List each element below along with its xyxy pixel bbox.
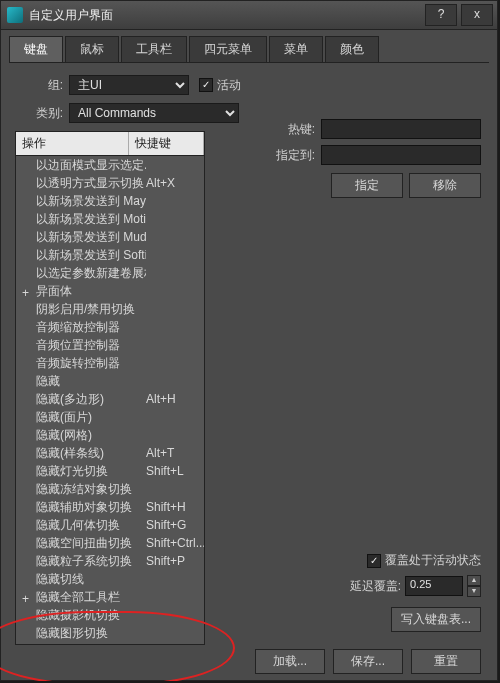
assign-button[interactable]: 指定 bbox=[331, 173, 403, 198]
list-item[interactable]: 以新场景发送到 Softi... bbox=[16, 246, 204, 264]
list-item-shortcut bbox=[146, 283, 196, 299]
tab-colors[interactable]: 颜色 bbox=[325, 36, 379, 62]
list-item-operation: 音频缩放控制器 bbox=[36, 319, 146, 335]
header-operation[interactable]: 操作 bbox=[16, 132, 129, 155]
list-item[interactable]: 以边面模式显示选定... bbox=[16, 156, 204, 174]
override-active-checkbox[interactable]: ✓ 覆盖处于活动状态 bbox=[367, 552, 481, 569]
list-item-operation: 隐藏粒子系统切换 bbox=[36, 553, 146, 569]
list-item[interactable]: +隐藏全部工具栏 bbox=[16, 588, 204, 606]
list-item-shortcut bbox=[146, 409, 196, 425]
app-icon bbox=[7, 7, 23, 23]
list-item-shortcut: Shift+G bbox=[146, 517, 196, 533]
list-item[interactable]: +异面体 bbox=[16, 282, 204, 300]
list-item-shortcut bbox=[146, 211, 196, 227]
spinner-down-icon[interactable]: ▼ bbox=[467, 586, 481, 597]
help-button[interactable]: ? bbox=[425, 4, 457, 26]
list-item[interactable]: 隐藏切线 bbox=[16, 570, 204, 588]
tab-toolbars[interactable]: 工具栏 bbox=[121, 36, 187, 62]
expand-icon[interactable]: + bbox=[22, 591, 30, 599]
list-item-operation: 隐藏 bbox=[36, 373, 146, 389]
group-select[interactable]: 主UI bbox=[69, 75, 189, 95]
remove-button[interactable]: 移除 bbox=[409, 173, 481, 198]
list-item[interactable]: 阴影启用/禁用切换 bbox=[16, 300, 204, 318]
list-item-shortcut bbox=[146, 355, 196, 371]
tab-keyboard[interactable]: 键盘 bbox=[9, 36, 63, 62]
check-icon: ✓ bbox=[199, 78, 213, 92]
list-item-operation: 以透明方式显示切换 bbox=[36, 175, 146, 191]
override-delay-label: 延迟覆盖: bbox=[350, 578, 401, 595]
reset-button[interactable]: 重置 bbox=[411, 649, 481, 674]
list-item[interactable]: 隐藏未选定对象 bbox=[16, 642, 204, 645]
list-item[interactable]: 隐藏 bbox=[16, 372, 204, 390]
list-item-shortcut bbox=[146, 643, 196, 645]
list-item-shortcut bbox=[146, 625, 196, 641]
list-item-shortcut bbox=[146, 337, 196, 353]
list-item[interactable]: 隐藏辅助对象切换Shift+H bbox=[16, 498, 204, 516]
list-item-shortcut: Shift+Ctrl... bbox=[146, 535, 196, 551]
list-item-shortcut bbox=[146, 229, 196, 245]
window-title: 自定义用户界面 bbox=[29, 7, 425, 24]
list-item[interactable]: 隐藏图形切换 bbox=[16, 624, 204, 642]
tab-mouse[interactable]: 鼠标 bbox=[65, 36, 119, 62]
list-item[interactable]: 音频缩放控制器 bbox=[16, 318, 204, 336]
list-item[interactable]: 以新场景发送到 Mud... bbox=[16, 228, 204, 246]
list-item-operation: 隐藏灯光切换 bbox=[36, 463, 146, 479]
action-list[interactable]: 以边面模式显示选定...以透明方式显示切换Alt+X以新场景发送到 Maya以新… bbox=[15, 156, 205, 645]
list-item[interactable]: 隐藏粒子系统切换Shift+P bbox=[16, 552, 204, 570]
list-item-shortcut bbox=[146, 607, 196, 623]
list-item[interactable]: 以选定参数新建卷展栏 bbox=[16, 264, 204, 282]
list-item[interactable]: 音频旋转控制器 bbox=[16, 354, 204, 372]
list-item[interactable]: 隐藏空间扭曲切换Shift+Ctrl... bbox=[16, 534, 204, 552]
footer-buttons: 加载... 保存... 重置 bbox=[1, 649, 497, 674]
category-label: 类别: bbox=[15, 105, 63, 122]
list-item[interactable]: 隐藏灯光切换Shift+L bbox=[16, 462, 204, 480]
expand-icon[interactable]: + bbox=[22, 285, 30, 293]
header-shortcut[interactable]: 快捷键 bbox=[129, 132, 204, 155]
titlebar: 自定义用户界面 ? x bbox=[1, 1, 497, 30]
list-item-shortcut bbox=[146, 319, 196, 335]
hotkey-input[interactable] bbox=[321, 119, 481, 139]
list-item-operation: 隐藏辅助对象切换 bbox=[36, 499, 146, 515]
list-item[interactable]: 以新场景发送到 Moti... bbox=[16, 210, 204, 228]
list-item[interactable]: 隐藏(多边形)Alt+H bbox=[16, 390, 204, 408]
list-item[interactable]: 音频位置控制器 bbox=[16, 336, 204, 354]
tab-quads[interactable]: 四元菜单 bbox=[189, 36, 267, 62]
load-button[interactable]: 加载... bbox=[255, 649, 325, 674]
list-item-operation: 以新场景发送到 Moti... bbox=[36, 211, 146, 227]
write-keyboard-button[interactable]: 写入键盘表... bbox=[391, 607, 481, 632]
panel-body: 组: 主UI ✓ 活动 类别: All Commands 操作 快捷键 以边面模… bbox=[1, 63, 497, 672]
list-item-operation: 音频位置控制器 bbox=[36, 337, 146, 353]
list-item-operation: 隐藏几何体切换 bbox=[36, 517, 146, 533]
list-item-shortcut: Shift+H bbox=[146, 499, 196, 515]
category-select[interactable]: All Commands bbox=[69, 103, 239, 123]
list-item[interactable]: 隐藏(样条线)Alt+T bbox=[16, 444, 204, 462]
list-item-operation: 隐藏全部工具栏 bbox=[36, 589, 146, 605]
spinner-up-icon[interactable]: ▲ bbox=[467, 575, 481, 586]
list-item-operation: 隐藏未选定对象 bbox=[36, 643, 146, 645]
list-item-operation: 以新场景发送到 Mud... bbox=[36, 229, 146, 245]
customize-ui-dialog: 自定义用户界面 ? x 键盘 鼠标 工具栏 四元菜单 菜单 颜色 组: 主UI … bbox=[0, 0, 498, 681]
assignedto-input[interactable] bbox=[321, 145, 481, 165]
active-checkbox-label: 活动 bbox=[217, 77, 241, 94]
close-button[interactable]: x bbox=[461, 4, 493, 26]
list-item-shortcut bbox=[146, 157, 196, 173]
save-button[interactable]: 保存... bbox=[333, 649, 403, 674]
list-item[interactable]: 隐藏(面片) bbox=[16, 408, 204, 426]
list-item-shortcut: Shift+P bbox=[146, 553, 196, 569]
tab-menus[interactable]: 菜单 bbox=[269, 36, 323, 62]
list-item[interactable]: 以新场景发送到 Maya bbox=[16, 192, 204, 210]
list-item-operation: 隐藏(面片) bbox=[36, 409, 146, 425]
list-item[interactable]: 以透明方式显示切换Alt+X bbox=[16, 174, 204, 192]
override-delay-input[interactable]: 0.25 bbox=[405, 576, 463, 596]
list-item-shortcut bbox=[146, 481, 196, 497]
tab-strip: 键盘 鼠标 工具栏 四元菜单 菜单 颜色 bbox=[9, 36, 489, 63]
list-item[interactable]: 隐藏摄影机切换 bbox=[16, 606, 204, 624]
group-label: 组: bbox=[15, 77, 63, 94]
list-item[interactable]: 隐藏冻结对象切换 bbox=[16, 480, 204, 498]
list-item-shortcut bbox=[146, 571, 196, 587]
list-item-shortcut: Alt+X bbox=[146, 175, 196, 191]
active-checkbox[interactable]: ✓ 活动 bbox=[199, 77, 241, 94]
list-item[interactable]: 隐藏几何体切换Shift+G bbox=[16, 516, 204, 534]
list-item-operation: 隐藏空间扭曲切换 bbox=[36, 535, 146, 551]
list-item[interactable]: 隐藏(网格) bbox=[16, 426, 204, 444]
